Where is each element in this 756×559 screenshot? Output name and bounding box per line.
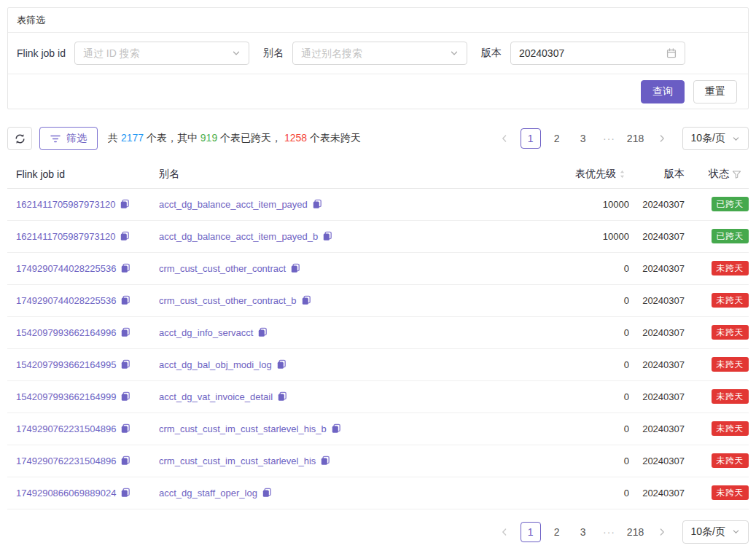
page-button-2[interactable]: 2	[547, 128, 567, 149]
flink-job-id-value[interactable]: 1749290744028225536	[16, 295, 116, 306]
copy-icon[interactable]	[312, 199, 322, 209]
header-alias: 别名	[150, 161, 527, 188]
flink-job-id-cell: 1542097993662164995	[16, 359, 130, 370]
version-input[interactable]	[519, 47, 662, 59]
query-button[interactable]: 查询	[641, 80, 685, 103]
page-size-select[interactable]: 10条/页	[682, 520, 749, 544]
flink-job-id-value[interactable]: 1621411705987973120	[16, 199, 115, 210]
status-badge: 未跨天	[712, 357, 749, 372]
copy-icon[interactable]	[120, 423, 130, 434]
version-date-picker[interactable]	[510, 42, 685, 65]
filter-button-label: 筛选	[66, 132, 87, 145]
page-button-3[interactable]: 3	[573, 522, 593, 542]
funnel-filter-icon[interactable]	[732, 170, 741, 179]
alias-value[interactable]: acct_dg_vat_invoice_detail	[159, 391, 273, 402]
copy-icon[interactable]	[120, 327, 130, 337]
not-crossed-count: 1258	[284, 132, 307, 144]
copy-icon[interactable]	[120, 231, 130, 241]
alias-select[interactable]	[292, 42, 467, 65]
chevron-down-icon	[450, 49, 459, 58]
flink-job-id-value[interactable]: 1749290744028225536	[16, 263, 116, 274]
copy-icon[interactable]	[120, 359, 130, 370]
calendar-icon[interactable]	[666, 48, 677, 58]
prev-page-button[interactable]	[494, 522, 515, 542]
copy-icon[interactable]	[120, 199, 130, 209]
toolbar: 筛选 共 2177 个表，其中 919 个表已跨天， 1258 个表未跨天 1 …	[7, 127, 749, 150]
sort-icon[interactable]	[619, 169, 626, 179]
header-status[interactable]: 状态	[685, 161, 749, 188]
chevron-down-icon	[232, 49, 241, 58]
copy-icon[interactable]	[120, 488, 130, 498]
total-count: 2177	[121, 132, 144, 144]
alias-value[interactable]: acct_dg_balance_acct_item_payed_b	[159, 231, 318, 242]
version-cell: 20240307	[629, 284, 685, 316]
copy-icon[interactable]	[277, 391, 287, 402]
copy-icon[interactable]	[276, 359, 287, 370]
table-row: 1749290744028225536 crm_cust_cust_other_…	[7, 284, 749, 316]
flink-job-id-value[interactable]: 1542097993662164999	[16, 391, 116, 402]
flink-job-id-cell: 1749290762231504896	[16, 456, 130, 466]
next-page-button[interactable]	[652, 522, 672, 542]
status-cell: 未跨天	[685, 445, 749, 477]
alias-input[interactable]	[301, 47, 445, 59]
page-ellipsis[interactable]: ···	[599, 128, 620, 149]
alias-value[interactable]: acct_dg_bal_obj_modi_log	[159, 359, 272, 370]
alias-value[interactable]: crm_cust_cust_im_cust_starlevel_his	[159, 456, 316, 466]
copy-icon[interactable]	[120, 456, 130, 466]
flink-job-id-cell: 1542097993662164999	[16, 391, 130, 402]
field-version: 版本	[481, 42, 685, 65]
priority-cell: 0	[527, 445, 629, 477]
flink-job-id-value[interactable]: 1621411705987973120	[16, 231, 115, 242]
flink-job-id-select[interactable]	[74, 42, 249, 65]
status-cell: 未跨天	[685, 348, 749, 380]
status-cell: 未跨天	[685, 252, 749, 284]
next-page-button[interactable]	[652, 128, 672, 149]
header-priority[interactable]: 表优先级	[527, 161, 629, 188]
status-badge: 未跨天	[712, 453, 749, 468]
alias-value[interactable]: acct_dg_info_servacct	[159, 327, 253, 338]
copy-icon[interactable]	[331, 423, 341, 434]
page-size-value: 10条/页	[691, 525, 725, 539]
copy-icon[interactable]	[320, 456, 330, 466]
copy-icon[interactable]	[262, 488, 272, 498]
field-flink-job-id: Flink job id	[17, 42, 249, 65]
table-row: 1621411705987973120 acct_dg_balance_acct…	[7, 220, 749, 252]
page-button-last[interactable]: 218	[626, 128, 646, 149]
flink-job-id-value[interactable]: 1542097993662164996	[16, 327, 116, 338]
page-ellipsis[interactable]: ···	[599, 522, 620, 542]
reset-button[interactable]: 重置	[693, 80, 737, 103]
copy-icon[interactable]	[120, 391, 130, 402]
table-row: 1621411705987973120 acct_dg_balance_acct…	[7, 188, 749, 220]
page-button-last[interactable]: 218	[626, 522, 646, 542]
alias-cell: crm_cust_cust_other_contract	[159, 263, 300, 274]
copy-icon[interactable]	[322, 231, 332, 241]
flink-job-id-value[interactable]: 1749290762231504896	[16, 423, 116, 434]
flink-job-id-value[interactable]: 1749290762231504896	[16, 456, 116, 466]
flink-job-id-value[interactable]: 1542097993662164995	[16, 359, 116, 370]
refresh-button[interactable]	[7, 127, 32, 150]
alias-value[interactable]: crm_cust_cust_other_contract_b	[159, 295, 297, 306]
priority-cell: 0	[527, 477, 629, 509]
version-cell: 20240307	[629, 316, 685, 348]
page-button-1[interactable]: 1	[521, 522, 541, 542]
page-button-3[interactable]: 3	[573, 128, 593, 149]
alias-value[interactable]: crm_cust_cust_other_contract	[159, 263, 286, 274]
filter-actions-row: 查询 重置	[8, 74, 748, 109]
page-button-2[interactable]: 2	[547, 522, 567, 542]
prev-page-button[interactable]	[494, 128, 515, 149]
flink-job-id-input[interactable]	[83, 47, 227, 59]
copy-icon[interactable]	[120, 263, 130, 273]
copy-icon[interactable]	[257, 327, 268, 337]
copy-icon[interactable]	[301, 295, 311, 305]
flink-job-id-value[interactable]: 1749290866069889024	[16, 488, 116, 499]
alias-cell: acct_dg_staff_oper_log	[159, 488, 272, 499]
alias-value[interactable]: acct_dg_staff_oper_log	[159, 488, 257, 499]
page-size-select[interactable]: 10条/页	[682, 127, 749, 150]
filter-button[interactable]: 筛选	[39, 127, 98, 150]
alias-value[interactable]: crm_cust_cust_im_cust_starlevel_his_b	[159, 423, 327, 434]
page-button-1[interactable]: 1	[521, 128, 541, 149]
copy-icon[interactable]	[290, 263, 300, 273]
status-badge: 未跨天	[712, 389, 749, 404]
copy-icon[interactable]	[120, 295, 130, 305]
alias-value[interactable]: acct_dg_balance_acct_item_payed	[159, 199, 308, 210]
